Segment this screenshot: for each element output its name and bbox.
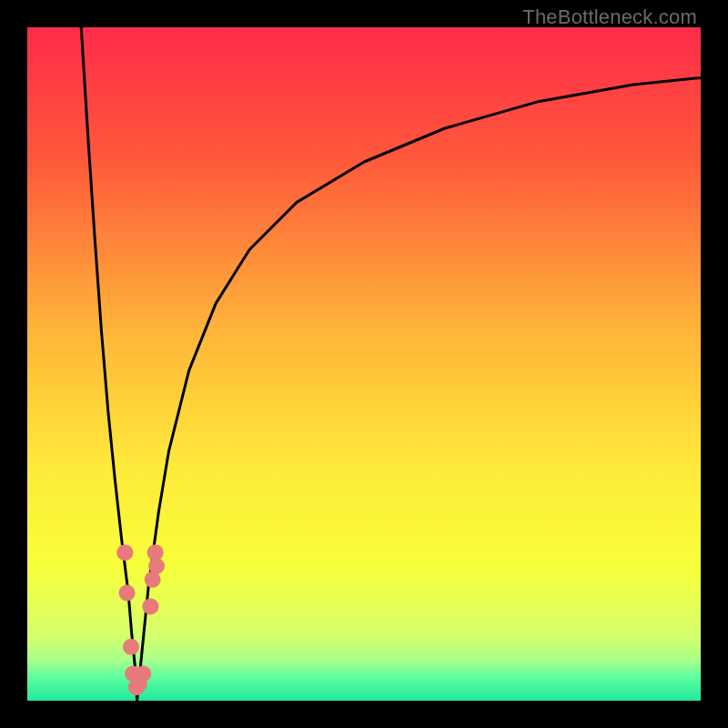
- data-point: [123, 639, 139, 655]
- curve-layer: [27, 27, 701, 701]
- data-point: [116, 544, 133, 561]
- data-point: [119, 585, 136, 602]
- series-right-branch: [137, 78, 701, 702]
- watermark-text: TheBottleneck.com: [522, 5, 697, 29]
- data-point: [142, 598, 158, 614]
- data-point: [135, 665, 151, 682]
- chart-frame: TheBottleneck.com: [0, 0, 728, 728]
- data-point: [148, 558, 165, 574]
- plot-area: [27, 27, 701, 701]
